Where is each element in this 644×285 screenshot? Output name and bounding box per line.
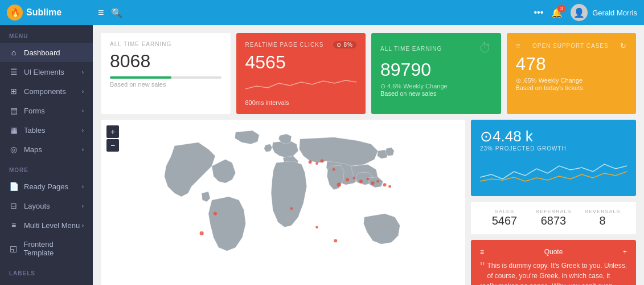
dashboard-icon: ⌂ <box>9 48 18 57</box>
svg-point-8 <box>353 177 356 180</box>
stat-card-sub: Based on new sales <box>110 81 221 88</box>
referrals-label: REFERRALS <box>529 209 578 214</box>
svg-point-11 <box>371 181 375 185</box>
components-icon: ⊞ <box>9 87 18 96</box>
quote-menu-icon[interactable]: ≡ <box>480 248 484 256</box>
menu-icon: ≡ <box>516 41 521 50</box>
stat-card-value: 4565 <box>245 52 357 73</box>
growth-label: 23% PROJECTED GROWTH <box>480 145 627 152</box>
chevron-right-icon: › <box>82 69 84 75</box>
logo-icon: 🔥 <box>7 5 23 21</box>
stat-card-clicks: REALTIME PAGE CLICKS ⊙ 8% 4565 800ms int… <box>236 33 366 114</box>
chevron-right-icon: › <box>82 88 84 95</box>
sidebar-item-components[interactable]: ⊞ Components › <box>0 82 93 101</box>
menu-icon[interactable]: ≡ <box>98 7 104 19</box>
sidebar-item-tables[interactable]: ▦ Tables › <box>0 120 93 140</box>
sidebar-item-label: UI Elements <box>24 68 64 76</box>
svg-point-3 <box>315 162 318 165</box>
app-logo[interactable]: 🔥 Sublime <box>7 5 98 21</box>
quote-card: ≡ Quote + " This is dummy copy. It's Gre… <box>471 240 636 285</box>
more-button[interactable]: ••• <box>534 7 543 18</box>
sidebar-item-layouts[interactable]: ⊟ Layouts › <box>0 196 93 215</box>
quote-add-icon[interactable]: + <box>623 248 627 256</box>
notifications-button[interactable]: 🔔 3 <box>551 7 563 18</box>
stat-referrals: REFERRALS 6873 <box>529 209 578 227</box>
user-info[interactable]: 👤 Gerald Morris <box>571 4 637 21</box>
stat-card-sub: 800ms intervals <box>245 99 357 106</box>
zoom-out-button[interactable]: − <box>106 139 119 152</box>
sidebar-labels-label: LABELS <box>0 262 93 280</box>
clock-icon: ⏱ <box>479 41 492 56</box>
stat-card-support: ≡ OPEN SUPPORT CASES ↻ 478 ⊙ .65% Weekly… <box>507 33 637 114</box>
world-map <box>106 125 460 268</box>
reversals-value: 8 <box>578 214 627 227</box>
stat-sales: SALES 5467 <box>480 209 529 227</box>
sidebar-item-label: Frontend Template <box>24 240 84 257</box>
stat-reversals: REVERSALS 8 <box>578 209 627 227</box>
svg-point-5 <box>333 168 335 171</box>
chevron-right-icon: › <box>82 222 84 229</box>
search-icon[interactable]: 🔍 <box>111 7 122 18</box>
sidebar-item-label: Components <box>24 87 66 96</box>
sidebar-item-label: Ready Pages <box>24 182 68 191</box>
frontend-icon: ◱ <box>9 244 18 253</box>
svg-point-10 <box>366 178 369 181</box>
sidebar-item-label: Maps <box>24 145 42 154</box>
svg-point-4 <box>320 160 323 163</box>
map-controls: + − <box>106 125 119 152</box>
wave-chart <box>245 78 357 95</box>
stat-card-label: ALL TIME EARNING <box>110 41 221 47</box>
sidebar-item-label: Dashboard <box>24 48 60 57</box>
avatar: 👤 <box>571 4 588 21</box>
chevron-right-icon: › <box>82 184 84 190</box>
chevron-right-icon: › <box>82 108 84 114</box>
sidebar-item-label: Multi Level Menu <box>24 221 80 230</box>
sidebar-item-maps[interactable]: ◎ Maps › <box>0 140 93 159</box>
referrals-value: 6873 <box>529 214 578 227</box>
stat-card-label: REALTIME PAGE CLICKS ⊙ 8% <box>245 41 357 48</box>
sidebar-more-label: MORE <box>0 159 93 177</box>
svg-point-1 <box>214 212 217 215</box>
zoom-in-button[interactable]: + <box>106 125 119 138</box>
quote-mark: " <box>480 260 485 274</box>
sidebar-item-multi-level[interactable]: ≡ Multi Level Menu › <box>0 215 93 235</box>
stat-card-value: 89790 <box>380 59 492 80</box>
sidebar-item-label: Tables <box>24 126 46 135</box>
sidebar-item-frontend[interactable]: ◱ Frontend Template <box>0 235 93 262</box>
growth-chart-svg <box>480 157 627 186</box>
progress-bar-fill <box>110 76 171 79</box>
stat-card-change: ⊙ .65% Weekly Change <box>516 77 627 84</box>
content-area: ALL TIME EARNING 8068 Based on new sales… <box>93 25 644 285</box>
stat-card-sub: Based on new sales <box>380 90 492 97</box>
quote-title: Quote <box>544 248 563 256</box>
quote-text: " This is dummy copy. It's Greek to you.… <box>480 260 627 285</box>
svg-point-15 <box>334 239 337 242</box>
sidebar-item-ui-elements[interactable]: ☰ UI Elements › <box>0 62 93 82</box>
topnav-icons: ••• 🔔 3 👤 Gerald Morris <box>534 4 637 21</box>
world-map-svg <box>106 125 460 268</box>
quote-header: ≡ Quote + <box>480 248 627 256</box>
refresh-icon: ↻ <box>620 42 627 50</box>
layouts-icon: ⊟ <box>9 201 18 210</box>
progress-bar-bg <box>110 76 221 79</box>
sidebar-item-dashboard[interactable]: ⌂ Dashboard <box>0 43 93 62</box>
sidebar-item-forms[interactable]: ▤ Forms › <box>0 101 93 120</box>
sidebar-item-label: Forms <box>24 107 45 115</box>
stats-row-card: SALES 5467 REFERRALS 6873 REVERSALS 8 <box>471 202 636 234</box>
sales-value: 5467 <box>480 214 529 227</box>
stat-card-earning: ALL TIME EARNING 8068 Based on new sales <box>101 33 231 114</box>
top-navigation: 🔥 Sublime ≡ 🔍 ••• 🔔 3 👤 Gerald Morris <box>0 0 644 25</box>
map-panel: + − <box>101 120 465 285</box>
sidebar-item-ready-pages[interactable]: 📄 Ready Pages › <box>0 177 93 196</box>
sidebar: MENU ⌂ Dashboard ☰ UI Elements › ⊞ Compo… <box>0 25 93 285</box>
reversals-label: REVERSALS <box>578 209 627 214</box>
multi-level-icon: ≡ <box>9 221 18 230</box>
middle-row: + − <box>93 120 644 285</box>
svg-point-0 <box>200 231 204 235</box>
chevron-right-icon: › <box>82 203 84 209</box>
maps-icon: ◎ <box>9 145 18 154</box>
tables-icon: ▦ <box>9 125 18 135</box>
user-name: Gerald Morris <box>592 9 637 17</box>
svg-point-17 <box>290 207 293 210</box>
stat-cards-row: ALL TIME EARNING 8068 Based on new sales… <box>93 25 644 120</box>
